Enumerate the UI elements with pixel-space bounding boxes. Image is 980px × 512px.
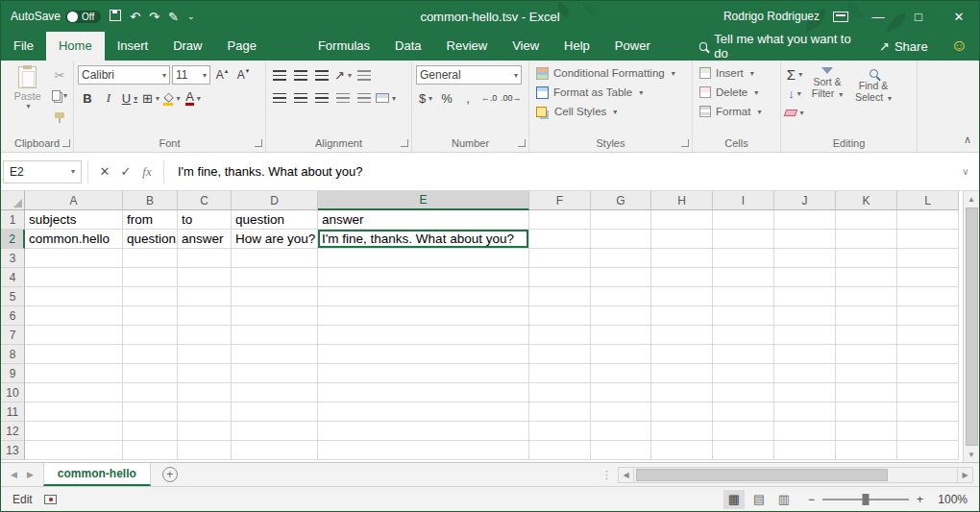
cell-F3[interactable] [529, 249, 591, 268]
fill-color-button[interactable]: ◇▾ [162, 88, 182, 108]
cell-I2[interactable] [713, 230, 774, 249]
dialog-launcher-icon[interactable] [401, 139, 408, 147]
format-painter-button[interactable] [50, 106, 69, 125]
cell-E9[interactable] [318, 364, 529, 383]
redo-button[interactable]: ↷ [149, 11, 159, 23]
select-all-corner[interactable] [1, 191, 25, 210]
paste-button[interactable]: Paste ▾ [5, 63, 50, 125]
enter-button[interactable]: ✓ [115, 164, 136, 179]
column-header-D[interactable]: D [232, 191, 318, 210]
cell-J11[interactable] [774, 402, 836, 422]
align-left-button[interactable] [270, 88, 289, 108]
zoom-slider[interactable] [822, 499, 909, 500]
cell-E13[interactable] [318, 441, 529, 460]
cell-F9[interactable] [529, 364, 591, 383]
cell-E10[interactable] [318, 383, 529, 402]
ribbon-tab-home[interactable]: Home [46, 32, 105, 61]
cell-C12[interactable] [178, 422, 232, 441]
cell-F4[interactable] [529, 268, 591, 287]
cell-F2[interactable] [529, 230, 591, 249]
increase-decimal-button[interactable]: ←.0 [479, 88, 499, 108]
copy-button[interactable]: ▾ [50, 85, 69, 105]
cell-J3[interactable] [774, 249, 836, 268]
dialog-launcher-icon[interactable] [255, 139, 262, 147]
cancel-button[interactable]: ✕ [94, 164, 115, 179]
cell-D8[interactable] [232, 345, 318, 364]
cell-C3[interactable] [178, 249, 232, 268]
cell-I8[interactable] [713, 345, 774, 364]
font-name-select[interactable]: Calibri ▾ [78, 65, 170, 85]
comma-style-button[interactable]: , [458, 88, 478, 108]
cell-J10[interactable] [774, 383, 836, 402]
ribbon-tab-help[interactable]: Help [551, 32, 602, 61]
cell-K5[interactable] [836, 287, 897, 306]
cell-K1[interactable] [836, 210, 897, 230]
cell-H6[interactable] [651, 306, 713, 326]
cell-J9[interactable] [774, 364, 836, 383]
cell-K11[interactable] [836, 402, 897, 422]
cell-H13[interactable] [651, 441, 713, 460]
tab-splitter-handle[interactable]: ⋮ [596, 463, 618, 486]
scroll-right-button[interactable]: ▶ [957, 467, 973, 483]
formula-input[interactable]: I'm fine, thanks. What about you? [170, 160, 954, 183]
underline-button[interactable]: U▾ [120, 88, 139, 108]
delete-cells-button[interactable]: Delete ▾ [697, 83, 776, 102]
cell-J7[interactable] [774, 326, 836, 345]
cell-D1[interactable]: question [232, 210, 318, 230]
cell-L9[interactable] [897, 364, 959, 383]
cell-A13[interactable] [25, 441, 123, 460]
row-header-10[interactable]: 10 [1, 383, 25, 402]
cell-A11[interactable] [25, 402, 123, 422]
previous-sheet-button[interactable]: ◀ [11, 470, 17, 479]
cell-D10[interactable] [232, 383, 318, 402]
cell-H2[interactable] [651, 230, 713, 249]
format-cells-button[interactable]: Format ▾ [697, 102, 776, 121]
cell-C10[interactable] [178, 383, 232, 402]
row-header-4[interactable]: 4 [1, 268, 25, 287]
cell-E2[interactable]: I'm fine, thanks. What about you? [318, 230, 529, 249]
name-box-dropdown[interactable]: ▾ [71, 167, 75, 176]
sort-filter-button[interactable]: Sort & Filter ▾ [804, 63, 850, 122]
cell-I10[interactable] [713, 383, 774, 402]
cell-L1[interactable] [897, 210, 959, 230]
column-header-A[interactable]: A [25, 191, 123, 210]
ribbon-tab-file[interactable]: File [1, 32, 46, 61]
cell-G1[interactable] [591, 210, 651, 230]
cell-E7[interactable] [318, 326, 529, 345]
cell-F12[interactable] [529, 422, 591, 441]
borders-button[interactable]: ⊞▾ [141, 88, 160, 108]
cell-K4[interactable] [836, 268, 897, 287]
scroll-left-button[interactable]: ◀ [618, 467, 634, 483]
orientation-button[interactable]: ↗▾ [333, 65, 353, 85]
conditional-formatting-button[interactable]: Conditional Formatting ▾ [533, 63, 688, 83]
cell-C2[interactable]: answer [178, 230, 232, 249]
cell-H8[interactable] [651, 345, 713, 364]
cell-H12[interactable] [651, 422, 713, 441]
cell-A4[interactable] [25, 268, 123, 287]
cell-A1[interactable]: subjects [25, 210, 123, 230]
touch-mode-button[interactable]: ✎ [168, 11, 179, 23]
cell-A9[interactable] [25, 364, 123, 383]
cell-J4[interactable] [774, 268, 836, 287]
zoom-level[interactable]: 100% [931, 493, 968, 506]
column-header-E[interactable]: E [318, 191, 529, 210]
cell-D6[interactable] [232, 306, 318, 326]
cell-I4[interactable] [713, 268, 774, 287]
cell-I13[interactable] [713, 441, 774, 460]
cell-L13[interactable] [897, 441, 959, 460]
page-break-view-button[interactable]: ▥ [773, 490, 795, 509]
column-header-K[interactable]: K [836, 191, 897, 210]
cell-L12[interactable] [897, 422, 959, 441]
cell-A2[interactable]: common.hello [25, 230, 123, 249]
horizontal-scrollbar[interactable]: ◀ ▶ [618, 463, 973, 486]
cell-B10[interactable] [123, 383, 178, 402]
cell-C1[interactable]: to [178, 210, 232, 230]
autosum-button[interactable]: Σ▾ [785, 65, 804, 84]
vertical-scrollbar[interactable]: ▲ ▼ [963, 191, 979, 462]
middle-align-button[interactable] [291, 65, 310, 85]
cell-G8[interactable] [591, 345, 651, 364]
zoom-slider-thumb[interactable] [862, 494, 869, 505]
horizontal-scrollbar-thumb[interactable] [636, 469, 888, 481]
feedback-smiley-button[interactable]: ☺ [940, 32, 979, 61]
cell-L7[interactable] [897, 326, 959, 345]
